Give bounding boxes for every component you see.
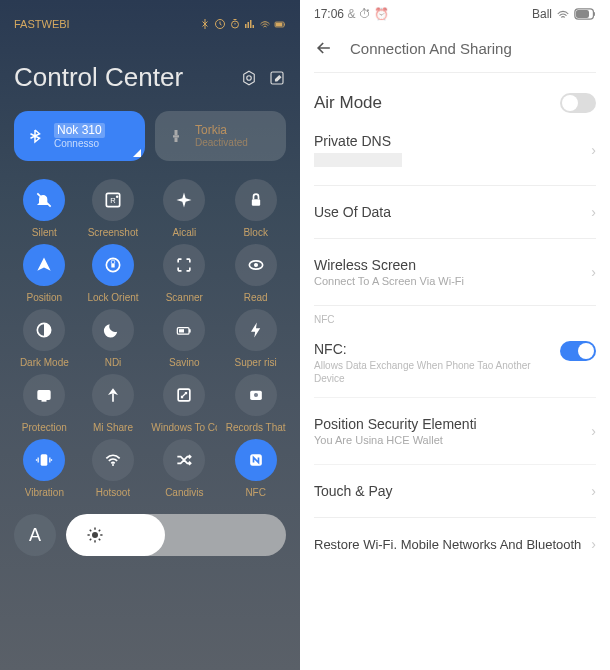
air-mode-toggle[interactable]	[560, 93, 596, 113]
settings-icon[interactable]	[240, 69, 258, 87]
position-security-sub: You Are Usina HCE Wallet	[314, 434, 477, 446]
air-mode-row[interactable]: Air Mode	[300, 73, 610, 125]
nfc-row[interactable]: NFC: Allows Data Exchange When Phone Tao…	[300, 329, 610, 397]
toggle-label: NDi	[105, 357, 122, 368]
toggle-hotspot[interactable]: Hotsoot	[83, 439, 144, 498]
screenshot-icon: R	[103, 190, 123, 210]
svg-rect-24	[41, 454, 48, 466]
toggle-position[interactable]: Position	[14, 244, 75, 303]
torch-tile[interactable]: TorkiaDeactivated	[155, 111, 286, 161]
bluetooth-tile[interactable]: Nok 310Connesso	[14, 111, 145, 161]
lock-icon	[246, 190, 266, 210]
brightness-slider[interactable]	[66, 514, 286, 556]
nfc-toggle[interactable]	[560, 341, 596, 361]
back-icon[interactable]	[314, 38, 334, 58]
toggle-scanner[interactable]: Scanner	[151, 244, 217, 303]
toggle-airplane[interactable]: Aicali	[151, 179, 217, 238]
restore-label: Restore Wi-Fi. Mobile Networks And Bluet…	[314, 537, 581, 552]
restore-row[interactable]: Restore Wi-Fi. Mobile Networks And Bluet…	[300, 518, 610, 560]
touch-pay-label: Touch & Pay	[314, 483, 393, 499]
toggle-label: Read	[244, 292, 268, 303]
carrier-label: FASTWEBI	[14, 18, 70, 30]
nfc-icon	[246, 450, 266, 470]
shuffle-icon	[174, 450, 194, 470]
scan-icon	[174, 255, 194, 275]
svg-point-25	[112, 464, 114, 466]
toggle-label: Dark Mode	[20, 357, 69, 368]
toggle-label: Protection	[22, 422, 67, 433]
wireless-screen-label: Wireless Screen	[314, 257, 464, 273]
font-size-button[interactable]: A	[14, 514, 56, 556]
tile-title: Nok 310	[54, 123, 105, 138]
svg-point-23	[254, 393, 258, 397]
toggle-saving[interactable]: Savino	[151, 309, 217, 368]
monitor-icon	[34, 385, 54, 405]
right-status-icons: Ball	[532, 7, 596, 21]
private-dns-value-placeholder	[314, 153, 402, 167]
torch-icon	[167, 127, 185, 145]
tile-subtitle: Connesso	[54, 138, 105, 149]
moon-icon	[103, 320, 123, 340]
camera-icon	[246, 385, 266, 405]
location-icon	[34, 255, 54, 275]
private-dns-row[interactable]: Private DNS ›	[300, 125, 610, 185]
svg-rect-19	[179, 329, 184, 332]
svg-rect-8	[175, 138, 178, 143]
svg-rect-20	[38, 391, 50, 399]
toggle-dark-mode[interactable]: Dark Mode	[14, 309, 75, 368]
chevron-right-icon: ›	[591, 483, 596, 499]
toggle-label: Silent	[32, 227, 57, 238]
toggle-label: Records That	[226, 422, 286, 433]
expand-icon	[174, 385, 194, 405]
toggle-nd[interactable]: NDi	[83, 309, 144, 368]
toggle-lock-orient[interactable]: Lock Orient	[83, 244, 144, 303]
toggle-label: NFC	[245, 487, 266, 498]
toggle-label: Super risi	[235, 357, 277, 368]
nfc-sub: Allows Data Exchange When Phone Tao Anot…	[314, 359, 548, 385]
toggle-protection[interactable]: Protection	[14, 374, 75, 433]
touch-pay-row[interactable]: Touch & Pay ›	[300, 465, 610, 517]
use-of-data-label: Use Of Data	[314, 204, 391, 220]
panel-title: Control Center	[14, 62, 183, 93]
toggle-label: Hotsoot	[96, 487, 130, 498]
toggle-silent[interactable]: Silent	[14, 179, 75, 238]
eye-icon	[246, 255, 266, 275]
chevron-right-icon: ›	[591, 204, 596, 220]
use-of-data-row[interactable]: Use Of Data ›	[300, 186, 610, 238]
toggle-label: Vibration	[25, 487, 64, 498]
page-title: Connection And Sharing	[350, 40, 512, 57]
svg-rect-3	[276, 23, 282, 26]
svg-rect-29	[577, 11, 589, 18]
toggle-label: Block	[243, 227, 267, 238]
chevron-right-icon: ›	[591, 423, 596, 439]
position-security-row[interactable]: Position Security Elementi You Are Usina…	[300, 398, 610, 464]
title-row: Control Center	[14, 62, 286, 93]
toggle-label: Windows To Co	[151, 422, 217, 433]
toggle-mishare[interactable]: Mi Share	[83, 374, 144, 433]
wifi-icon	[103, 450, 123, 470]
rotate-lock-icon	[103, 255, 123, 275]
toggle-record[interactable]: Records That	[225, 374, 286, 433]
battery-icon	[174, 320, 194, 340]
toggle-windows[interactable]: Windows To Co	[151, 374, 217, 433]
airplane-icon	[174, 190, 194, 210]
svg-rect-14	[111, 263, 114, 267]
svg-point-11	[116, 195, 119, 198]
svg-text:R: R	[110, 196, 116, 205]
toggle-label: Candivis	[165, 487, 203, 498]
toggle-label: Mi Share	[93, 422, 133, 433]
chevron-right-icon: ›	[591, 264, 596, 280]
vibrate-icon	[34, 450, 54, 470]
chevron-right-icon: ›	[591, 536, 596, 552]
toggle-screenshot[interactable]: RScreenshot	[83, 179, 144, 238]
wireless-screen-row[interactable]: Wireless Screen Connect To A Screen Via …	[300, 239, 610, 305]
nfc-label: NFC:	[314, 341, 548, 357]
toggle-nfc[interactable]: NFC	[225, 439, 286, 498]
toggle-vibration[interactable]: Vibration	[14, 439, 75, 498]
toggle-candivis[interactable]: Candivis	[151, 439, 217, 498]
toggle-block[interactable]: Block	[225, 179, 286, 238]
brightness-icon	[86, 526, 104, 544]
edit-icon[interactable]	[268, 69, 286, 87]
toggle-read[interactable]: Read	[225, 244, 286, 303]
toggle-super[interactable]: Super risi	[225, 309, 286, 368]
